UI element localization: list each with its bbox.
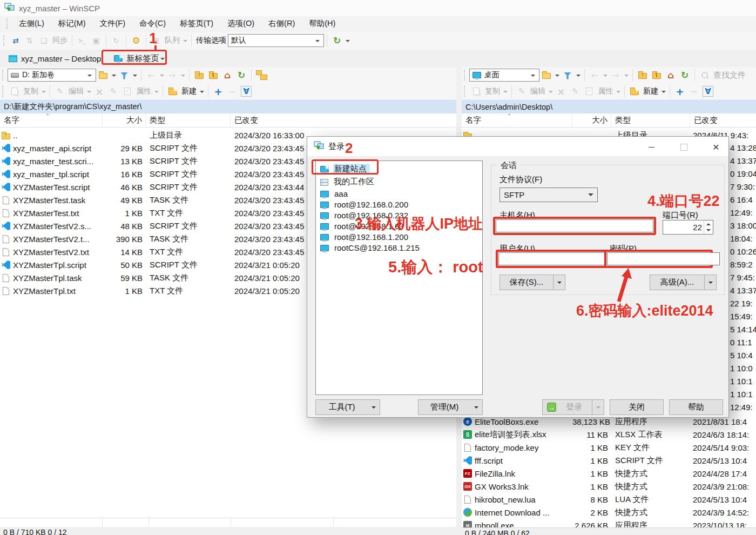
commander-layout-button[interactable]: [9, 34, 22, 48]
back-icon: [146, 70, 157, 81]
spinner-arrows-icon[interactable]: [704, 220, 713, 234]
site-item[interactable]: root@192.168.1.200: [316, 232, 482, 243]
file-row[interactable]: factory_mode.key1 KBKEY 文件2024/5/14 9:03…: [462, 441, 756, 454]
file-size: 1 KB: [103, 286, 146, 296]
username-input[interactable]: [498, 252, 611, 265]
left-drive-combo[interactable]: D: 新加卷: [8, 69, 96, 82]
menu-item[interactable]: 标记(M): [51, 16, 93, 31]
left-path-bar[interactable]: D:\新建文件夹\program\CS\xyz_master\: [0, 99, 456, 113]
file-name: XYZMasterTest.txt: [13, 209, 79, 218]
file-type: TASK 文件: [146, 273, 231, 283]
excel-icon: [463, 430, 472, 439]
advanced-button[interactable]: 高级(A)...: [650, 275, 717, 290]
preferences-button[interactable]: [130, 34, 143, 48]
left-refresh-button[interactable]: [235, 68, 248, 82]
right-select-add-button[interactable]: [673, 84, 686, 98]
left-select-all-button[interactable]: [240, 84, 253, 98]
save-caret-icon[interactable]: [553, 275, 565, 290]
advanced-caret-icon[interactable]: [704, 275, 716, 290]
file-row[interactable]: GX Works3.lnk1 KB快捷方式2024/3/9 21:08:: [462, 480, 756, 493]
column-header[interactable]: 大小: [103, 113, 146, 127]
login-dialog: 登录 新建站点我的工作区aaaroot@192.168.0.200root@19…: [307, 136, 729, 418]
covered-date-fragment: 7 9:30:: [730, 182, 755, 191]
menu-item[interactable]: 标签页(T): [173, 16, 220, 31]
column-header[interactable]: 类型: [146, 113, 231, 127]
column-header[interactable]: 名字: [0, 113, 103, 127]
menu-item[interactable]: 右侧(R): [261, 16, 302, 31]
right-drive-combo[interactable]: 桌面: [469, 69, 539, 82]
tools-button[interactable]: 工具(T): [315, 399, 380, 415]
column-header[interactable]: 名字: [462, 113, 572, 127]
left-parent-dir-button[interactable]: [193, 68, 206, 82]
menu-item[interactable]: 选项(O): [220, 16, 261, 31]
folder-open-icon: [99, 73, 107, 79]
left-select-add-button[interactable]: [212, 84, 225, 98]
left-filter-button[interactable]: [118, 68, 131, 82]
right-home-dir-button[interactable]: [664, 68, 677, 82]
column-header[interactable]: 大小: [572, 113, 611, 127]
right-open-dir-button[interactable]: [540, 68, 553, 82]
right-parent-dir-button[interactable]: [636, 68, 649, 82]
annotation-arrow-icon: [612, 268, 637, 303]
left-edit-button: [53, 84, 66, 98]
left-tree-button[interactable]: [255, 68, 268, 82]
column-header[interactable]: 已改变: [231, 113, 456, 127]
column-header[interactable]: 已改变: [690, 113, 756, 127]
covered-date-fragment: 7 9:45:: [730, 273, 755, 282]
save-button[interactable]: 保存(S)...: [500, 275, 565, 290]
manage-button[interactable]: 管理(M): [418, 399, 483, 415]
file-type: 快捷方式: [611, 507, 690, 518]
site-item[interactable]: rootCS@192.168.1.215: [316, 243, 482, 253]
file-row[interactable]: elite培训签到表.xlsx11 KBXLSX 工作表2024/6/3 18:…: [462, 428, 756, 441]
menu-item[interactable]: 左侧(L): [12, 16, 51, 31]
menu-item[interactable]: 帮助(H): [302, 16, 342, 31]
right-refresh-button[interactable]: [678, 68, 691, 82]
host-input[interactable]: [496, 219, 653, 232]
minimize-button[interactable]: [642, 141, 660, 153]
left-open-dir-button[interactable]: [97, 68, 110, 82]
file-name: XYZMasterTest.task: [13, 196, 85, 205]
file-row[interactable]: Internet Download ...2 KB快捷方式2024/3/9 14…: [462, 506, 756, 519]
fz-icon: [463, 469, 472, 478]
refresh-colored-button[interactable]: [330, 34, 343, 48]
protocol-select[interactable]: SFTP: [500, 188, 598, 202]
right-select-all-button[interactable]: [701, 84, 714, 98]
file-row[interactable]: hikrobot_new.lua8 KBLUA 文件2024/5/13 10:4: [462, 493, 756, 506]
file-name: XYZMasterTpl.task: [13, 273, 82, 283]
file-row[interactable]: fff.script1 KBSCRIPT 文件2024/5/13 10:4: [462, 454, 756, 467]
protocol-value: SFTP: [504, 190, 524, 199]
transfer-settings-value: 默认: [231, 36, 246, 45]
help-button[interactable]: 帮助: [669, 399, 723, 415]
file-row[interactable]: FileZilla.lnk1 KB快捷方式2024/4/28 17:4: [462, 467, 756, 480]
transfer-settings-combo[interactable]: 默认: [228, 34, 324, 47]
annotation-step-1: 1: [149, 31, 157, 46]
site-item[interactable]: root@192.168.0.200: [316, 199, 482, 210]
new-tab-button[interactable]: 新标签页: [111, 50, 169, 67]
file-date: 2024/5/14 9:03:: [690, 443, 756, 452]
site-label: rootCS@192.168.1.215: [333, 243, 423, 253]
password-input[interactable]: [607, 252, 720, 265]
column-header[interactable]: 类型: [611, 113, 690, 127]
site-item[interactable]: 新建站点: [316, 163, 482, 176]
left-drive-label: D: 新加卷: [22, 70, 55, 80]
desktop-icon: [473, 72, 481, 78]
script-icon: [2, 170, 10, 178]
back-icon: [589, 70, 600, 81]
close-icon[interactable]: [707, 141, 725, 153]
port-stepper[interactable]: 22: [663, 220, 713, 235]
left-home-dir-button[interactable]: [221, 68, 234, 82]
separator: [511, 85, 512, 97]
menu-item[interactable]: 文件(F): [92, 16, 132, 31]
site-item[interactable]: 我的工作区: [316, 176, 482, 189]
site-item[interactable]: aaa: [316, 189, 482, 199]
right-new-button[interactable]: [628, 84, 641, 98]
right-root-dir-button[interactable]: [650, 68, 663, 82]
left-root-dir-button[interactable]: [207, 68, 220, 82]
file-size: 59 KB: [103, 273, 146, 283]
close-button[interactable]: 关闭: [610, 399, 664, 415]
tab-xyz-master-desktop[interactable]: xyz_master – Desktop: [4, 50, 107, 67]
menu-item[interactable]: 命令(C): [132, 16, 173, 31]
right-filter-button[interactable]: [561, 68, 574, 82]
right-path-bar[interactable]: C:\Users\admin\Desktop\: [462, 99, 756, 113]
left-new-button[interactable]: [166, 84, 179, 98]
